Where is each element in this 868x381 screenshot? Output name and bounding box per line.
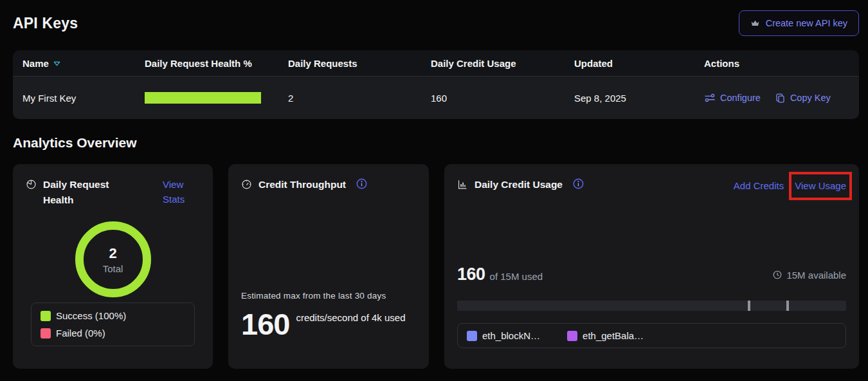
copy-key-button[interactable]: Copy Key: [775, 93, 831, 104]
throughput-value-row: 160 credits/second of 4k used: [241, 309, 416, 339]
health-bar-cell: [145, 92, 288, 104]
health-bar-fill: [145, 92, 261, 104]
clock-icon: [772, 270, 782, 280]
api-keys-table: Name Daily Request Health % Daily Reques…: [13, 50, 859, 119]
page: API Keys Create new API key Name Daily R…: [0, 9, 868, 369]
analytics-section-title: Analytics Overview: [13, 135, 859, 151]
bar-chart-icon: [457, 179, 468, 190]
sliders-icon: [704, 92, 716, 104]
donut-ring: 2 Total: [75, 221, 151, 297]
usage-card-links: Add Credits View Usage: [734, 178, 846, 193]
table-header: Name Daily Request Health % Daily Reques…: [13, 50, 859, 76]
usage-legend: eth_blockN… eth_getBala…: [457, 323, 846, 348]
failed-label: Failed (0%): [56, 328, 105, 339]
eth-blocknumber-swatch: [467, 331, 477, 341]
health-card-header: Daily Request Health View Stats: [26, 177, 200, 208]
success-label: Success (100%): [56, 310, 126, 321]
top-bar: API Keys Create new API key: [13, 9, 859, 37]
view-stats-link[interactable]: View Stats: [163, 177, 200, 207]
view-usage-link[interactable]: View Usage: [795, 180, 846, 191]
add-credits-link[interactable]: Add Credits: [734, 178, 784, 193]
legend-item-eth-blocknumber: eth_blockN…: [467, 330, 540, 341]
info-icon[interactable]: [573, 178, 584, 189]
legend-item-failed: Failed (0%): [41, 328, 185, 339]
credit-throughput-card: Credit Throughput Estimated max from the…: [228, 164, 429, 369]
create-api-key-label: Create new API key: [766, 18, 847, 28]
eth-getbalance-swatch: [567, 331, 577, 341]
usage-summary-row: 160 of 15M used 15M available: [457, 265, 846, 284]
donut-total-value: 2: [109, 245, 116, 262]
throughput-card-header: Credit Throughput: [241, 177, 416, 192]
column-health: Daily Request Health %: [145, 58, 288, 69]
sort-icon[interactable]: [53, 61, 60, 66]
health-legend: Success (100%) Failed (0%): [31, 302, 195, 346]
pie-chart-icon: [26, 179, 37, 190]
daily-request-health-card: Daily Request Health View Stats 2 Total …: [13, 164, 213, 369]
donut-chart: 2 Total: [26, 221, 200, 297]
create-api-key-button[interactable]: Create new API key: [739, 10, 859, 36]
available-label: 15M available: [786, 270, 846, 281]
failed-swatch: [41, 328, 51, 339]
throughput-card-title: Credit Throughput: [258, 177, 346, 192]
health-bar-track: [145, 92, 261, 104]
used-suffix: of 15M used: [490, 271, 543, 282]
key-name: My First Key: [23, 93, 145, 104]
donut-total-label: Total: [103, 263, 123, 274]
column-requests: Daily Requests: [288, 58, 431, 69]
usage-card-title: Daily Credit Usage: [475, 177, 563, 192]
available-block: 15M available: [772, 270, 846, 281]
usage-progress-bar: [457, 301, 846, 311]
column-actions: Actions: [704, 58, 849, 69]
copy-icon: [775, 93, 786, 104]
success-swatch: [41, 311, 51, 321]
info-icon[interactable]: [356, 178, 367, 189]
eth-blocknumber-label: eth_blockN…: [482, 330, 540, 341]
usage-card-header: Daily Credit Usage Add Credits View Usag…: [457, 177, 846, 193]
updated-value: Sep 8, 2025: [574, 93, 704, 104]
configure-button[interactable]: Configure: [704, 92, 761, 104]
usage-bar-tick: [748, 301, 750, 311]
daily-credit-usage-card: Daily Credit Usage Add Credits View Usag…: [444, 164, 859, 369]
health-card-title: Daily Request Health: [43, 177, 119, 208]
usage-bar-tick: [786, 301, 789, 311]
table-row: My First Key 2 160 Sep 8, 2025 Configure…: [13, 76, 859, 119]
configure-label: Configure: [720, 93, 761, 103]
column-credit-usage: Daily Credit Usage: [431, 58, 574, 69]
daily-credit-usage-value: 160: [431, 93, 574, 104]
throughput-subtitle: Estimated max from the last 30 days: [241, 291, 416, 301]
column-name-label: Name: [23, 58, 49, 69]
analytics-cards: Daily Request Health View Stats 2 Total …: [13, 164, 859, 369]
crown-icon: [750, 19, 760, 28]
view-usage-wrap: View Usage: [795, 178, 846, 193]
column-updated: Updated: [574, 58, 704, 69]
legend-item-success: Success (100%): [41, 310, 185, 321]
daily-requests-value: 2: [288, 93, 431, 104]
column-name[interactable]: Name: [23, 58, 145, 69]
copy-key-label: Copy Key: [790, 93, 831, 103]
throughput-value: 160: [241, 309, 289, 339]
page-title: API Keys: [13, 15, 78, 32]
legend-item-eth-getbalance: eth_getBala…: [567, 330, 644, 341]
eth-getbalance-label: eth_getBala…: [583, 330, 644, 341]
actions-cell: Configure Copy Key: [704, 92, 849, 104]
gauge-icon: [241, 179, 252, 190]
used-value: 160: [457, 265, 485, 284]
throughput-unit: credits/second of 4k used: [296, 310, 406, 326]
